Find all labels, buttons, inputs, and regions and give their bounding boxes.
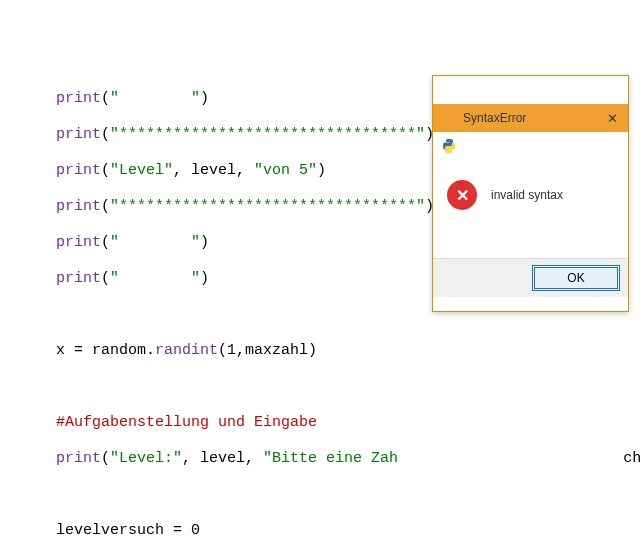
dialog-body: ✕ invalid syntax: [433, 160, 628, 230]
code-line: print("Level:", level, "Bitte eine Zah c…: [56, 450, 643, 468]
dialog-footer: OK: [433, 258, 628, 297]
error-dialog: SyntaxError ✕ ✕ invalid syntax OK: [432, 75, 629, 312]
close-icon[interactable]: ✕: [602, 108, 622, 128]
ok-button[interactable]: OK: [534, 267, 618, 289]
python-icon: [441, 110, 457, 126]
dialog-title: SyntaxError: [463, 111, 602, 125]
code-line: [56, 378, 643, 396]
error-icon: ✕: [447, 180, 477, 210]
error-message: invalid syntax: [491, 188, 563, 202]
code-line: [56, 486, 643, 504]
code-line: levelversuch = 0: [56, 522, 643, 540]
dialog-titlebar[interactable]: SyntaxError ✕: [433, 104, 628, 132]
code-line: x = random.randint(1,maxzahl): [56, 342, 643, 360]
code-line: #Aufgabenstellung und Eingabe: [56, 414, 643, 432]
